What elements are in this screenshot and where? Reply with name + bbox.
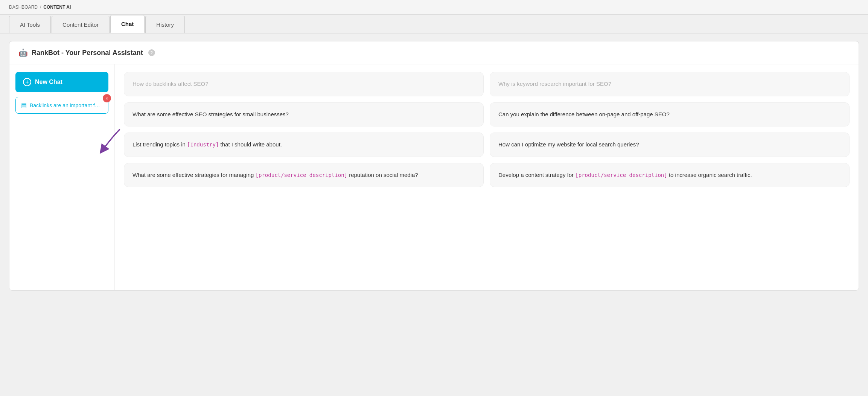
main-panel: 🤖 RankBot - Your Personal Assistant ? + … — [9, 41, 859, 291]
faded-card-2[interactable]: Why is keyword research important for SE… — [490, 72, 850, 96]
breadcrumb-current: CONTENT AI — [43, 5, 71, 10]
chat-history-item[interactable]: ▤ Backlinks are an important facto... × — [15, 97, 108, 114]
tab-content-editor[interactable]: Content Editor — [52, 16, 110, 33]
chat-history-text: Backlinks are an important facto... — [30, 102, 103, 108]
panel-title: RankBot - Your Personal Assistant — [32, 49, 143, 57]
panel-header: 🤖 RankBot - Your Personal Assistant ? — [9, 41, 859, 64]
suggestion-card-5[interactable]: What are some effective strategies for m… — [124, 163, 484, 187]
tab-history[interactable]: History — [145, 16, 185, 33]
page-content: 🤖 RankBot - Your Personal Assistant ? + … — [0, 34, 868, 298]
suggestion-card-6[interactable]: Develop a content strategy for [product/… — [490, 163, 850, 187]
new-chat-button[interactable]: + New Chat — [15, 72, 108, 92]
tabs-bar: AI Tools Content Editor Chat History — [0, 15, 868, 34]
delete-chat-button[interactable]: × — [103, 94, 111, 102]
breadcrumb-parent: DASHBOARD — [9, 5, 38, 10]
tab-ai-tools[interactable]: AI Tools — [9, 16, 51, 33]
breadcrumb: DASHBOARD / CONTENT AI — [0, 0, 868, 15]
plus-circle-icon: + — [23, 78, 31, 86]
help-icon[interactable]: ? — [148, 49, 155, 56]
suggestion-card-3[interactable]: List trending topics in [Industry] that … — [124, 133, 484, 157]
suggestion-card-1[interactable]: What are some effective SEO strategies f… — [124, 102, 484, 127]
close-icon: × — [105, 96, 108, 101]
breadcrumb-separator: / — [40, 5, 41, 10]
main-content: How do backlinks affect SEO? Why is keyw… — [115, 64, 859, 290]
tab-chat[interactable]: Chat — [110, 15, 145, 33]
new-chat-label: New Chat — [35, 79, 62, 85]
suggestions-grid: What are some effective SEO strategies f… — [124, 102, 850, 187]
sidebar: + New Chat ▤ Backlinks are an important … — [9, 64, 115, 290]
rankbot-icon: 🤖 — [18, 48, 28, 57]
top-faded-row: How do backlinks affect SEO? Why is keyw… — [124, 72, 850, 96]
suggestion-card-4[interactable]: How can I optimize my website for local … — [490, 133, 850, 157]
suggestion-card-2[interactable]: Can you explain the difference between o… — [490, 102, 850, 127]
faded-card-1[interactable]: How do backlinks affect SEO? — [124, 72, 484, 96]
panel-body: + New Chat ▤ Backlinks are an important … — [9, 64, 859, 290]
chat-bubble-icon: ▤ — [21, 102, 27, 109]
